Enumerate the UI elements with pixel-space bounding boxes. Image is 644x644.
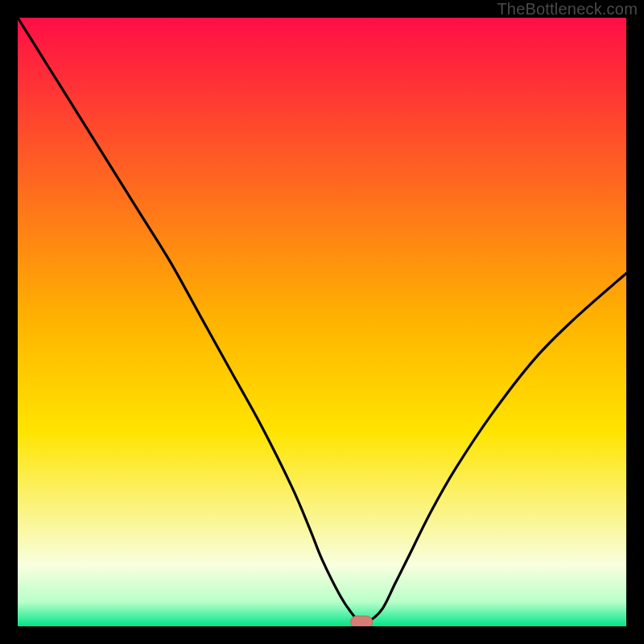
attribution-watermark: TheBottleneck.com (497, 0, 638, 19)
chart-frame: TheBottleneck.com (0, 0, 644, 644)
bottleneck-chart-svg (18, 18, 626, 626)
optimal-point-marker (351, 616, 373, 626)
gradient-background (18, 18, 626, 626)
plot-area (18, 18, 626, 626)
